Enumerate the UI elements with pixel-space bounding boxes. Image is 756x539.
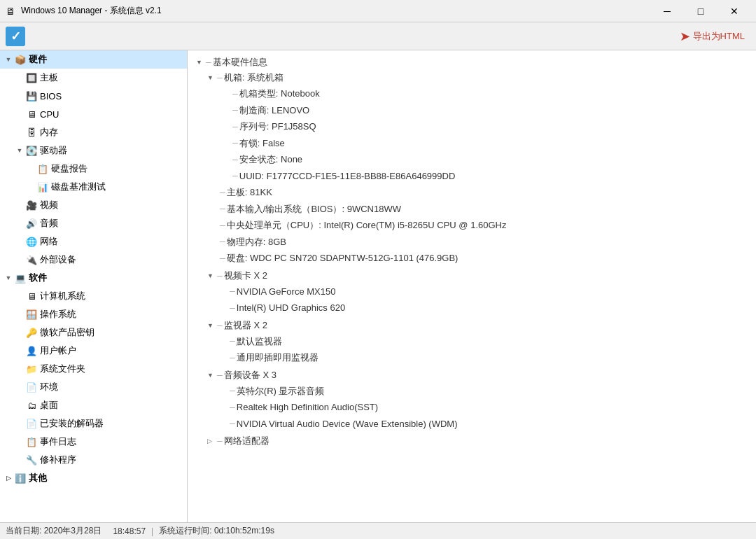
ram-row: ─ 物理内存: 8GB bbox=[207, 234, 750, 251]
close-button[interactable]: ✕ bbox=[718, 0, 750, 22]
sidebar-item-hardware[interactable]: ▼ 📦 硬件 bbox=[0, 50, 187, 69]
dash: ─ bbox=[217, 272, 223, 280]
monitor-header[interactable]: ▼ ─ 监视器 X 2 bbox=[193, 318, 750, 333]
patch-label: 修补程序 bbox=[40, 454, 76, 466]
gpu2-row: ─ Intel(R) UHD Graphics 620 bbox=[230, 300, 750, 316]
sidebar-item-external[interactable]: 🔌 外部设备 bbox=[0, 251, 187, 269]
sidebar-item-user-account[interactable]: 👤 用户帐户 bbox=[0, 342, 187, 360]
mon1-row: ─ 默认监视器 bbox=[230, 333, 750, 350]
maximize-button[interactable]: □ bbox=[685, 0, 717, 22]
mon1-text: 默认监视器 bbox=[237, 335, 282, 349]
basic-hardware-section: ▼ ─ 基本硬件信息 ▼ ─ 机箱: 系统机箱 bbox=[193, 55, 750, 267]
gpu-header[interactable]: ▼ ─ 视频卡 X 2 bbox=[193, 268, 750, 284]
status-sep2: | bbox=[151, 526, 153, 536]
dash: ─ bbox=[217, 74, 223, 82]
security-text: 安全状态: None bbox=[239, 153, 302, 167]
sidebar-item-audio[interactable]: 🔊 音频 bbox=[0, 214, 187, 232]
spacer bbox=[14, 290, 25, 302]
aud1-text: 英特尔(R) 显示器音频 bbox=[237, 384, 325, 398]
software-icon: 💻 bbox=[14, 272, 27, 284]
dash: ─ bbox=[206, 58, 211, 66]
sidebar-item-driver[interactable]: ▼ 💽 驱动器 bbox=[0, 141, 187, 160]
export-html-button[interactable]: ➤ 导出为HTML bbox=[674, 26, 750, 47]
dash: ─ bbox=[220, 187, 225, 199]
sidebar-item-env[interactable]: 📄 环境 bbox=[0, 378, 187, 396]
sidebar-item-eventlog[interactable]: 📋 事件日志 bbox=[0, 433, 187, 451]
sidebar-item-cpu[interactable]: 🖥 CPU bbox=[0, 105, 187, 123]
basic-hardware-title: 基本硬件信息 bbox=[213, 56, 267, 69]
expand-icon: ▼ bbox=[196, 59, 206, 66]
spacer bbox=[14, 418, 25, 429]
dash: ─ bbox=[220, 220, 225, 232]
dash: ─ bbox=[232, 170, 238, 182]
spacer bbox=[14, 254, 25, 265]
sidebar-item-network[interactable]: 🌐 网络 bbox=[0, 232, 187, 251]
sidebar-item-memory[interactable]: 🗄 内存 bbox=[0, 123, 187, 141]
security-row: ─ 安全状态: None bbox=[232, 151, 750, 168]
audio-title: 音频设备 X 3 bbox=[224, 369, 276, 382]
network-icon: 🌐 bbox=[25, 236, 38, 247]
audio-label: 音频 bbox=[40, 217, 58, 230]
sidebar-item-sys-folder[interactable]: 📁 系统文件夹 bbox=[0, 360, 187, 378]
spacer bbox=[14, 236, 25, 247]
serial-text: 序列号: PF1J58SQ bbox=[239, 120, 316, 134]
decoder-icon: 📄 bbox=[25, 418, 38, 429]
spacer bbox=[14, 200, 25, 211]
motherboard-text: 主板: 81KK bbox=[227, 186, 272, 200]
chassis-type-row: ─ 机箱类型: Notebook bbox=[232, 85, 750, 102]
desktop-icon: 🗂 bbox=[25, 400, 38, 411]
sidebar-item-decoder[interactable]: 📄 已安装的解码器 bbox=[0, 414, 187, 433]
sidebar-item-bios[interactable]: 💾 BIOS bbox=[0, 87, 187, 105]
sidebar-item-disk-report[interactable]: 📋 硬盘报告 bbox=[0, 160, 187, 178]
chassis-header[interactable]: ▼ ─ 机箱: 系统机箱 bbox=[207, 70, 750, 85]
sidebar-item-video[interactable]: 🎥 视频 bbox=[0, 196, 187, 214]
dash: ─ bbox=[217, 437, 223, 445]
disk-report-icon: 📋 bbox=[36, 163, 49, 174]
dash: ─ bbox=[232, 121, 238, 133]
sidebar-item-disk-test[interactable]: 📊 磁盘基准测试 bbox=[0, 178, 187, 196]
spacer bbox=[14, 400, 25, 411]
other-label: 其他 bbox=[29, 472, 47, 484]
basic-hardware-header[interactable]: ▼ ─ 基本硬件信息 bbox=[193, 55, 750, 70]
title-bar-left: 🖥 Windows 10 Manager - 系统信息 v2.1 bbox=[6, 5, 162, 17]
sys-folder-label: 系统文件夹 bbox=[40, 363, 85, 375]
sidebar-item-other[interactable]: ▷ ℹ️ 其他 bbox=[0, 469, 187, 487]
software-label: 软件 bbox=[29, 272, 47, 284]
minimize-button[interactable]: ─ bbox=[651, 0, 683, 22]
cpu-row: ─ 中央处理单元（CPU）: Intel(R) Core(TM) i5-8265… bbox=[207, 217, 750, 234]
content-area: ▼ 📦 硬件 🔲 主板 💾 BIOS 🖥 CPU 🗄 bbox=[0, 50, 756, 522]
hardware-label: 硬件 bbox=[29, 53, 47, 66]
network-header[interactable]: ▷ ─ 网络适配器 bbox=[193, 433, 750, 449]
chassis-section: ▼ ─ 机箱: 系统机箱 ─ 机箱类型: Notebook ─ bbox=[193, 70, 750, 267]
mon2-text: 通用即插即用监视器 bbox=[237, 351, 318, 365]
sidebar-item-product-key[interactable]: 🔑 微软产品密钥 bbox=[0, 323, 187, 342]
network-title: 网络适配器 bbox=[224, 435, 270, 447]
audio-header[interactable]: ▼ ─ 音频设备 X 3 bbox=[193, 368, 750, 383]
eventlog-icon: 📋 bbox=[25, 436, 38, 447]
dash: ─ bbox=[230, 302, 235, 314]
aud1-row: ─ 英特尔(R) 显示器音频 bbox=[230, 383, 750, 400]
monitor-title: 监视器 X 2 bbox=[224, 319, 267, 332]
title-bar: 🖥 Windows 10 Manager - 系统信息 v2.1 ─ □ ✕ bbox=[0, 0, 756, 22]
status-bar: 当前日期: 2020年3月28日 18:48:57 | 系统运行时间: 0d:1… bbox=[0, 522, 756, 539]
sidebar-item-software[interactable]: ▼ 💻 软件 bbox=[0, 269, 187, 287]
spacer bbox=[14, 363, 25, 374]
dash: ─ bbox=[230, 385, 235, 397]
export-label: 导出为HTML bbox=[693, 30, 745, 43]
locked-text: 有锁: False bbox=[239, 136, 285, 150]
maker-row: ─ 制造商: LENOVO bbox=[232, 102, 750, 119]
sidebar-item-desktop[interactable]: 🗂 桌面 bbox=[0, 396, 187, 414]
computer-sys-icon: 🖥 bbox=[25, 290, 38, 302]
sidebar-item-patch[interactable]: 🔧 修补程序 bbox=[0, 451, 187, 469]
cpu-label: CPU bbox=[40, 109, 59, 120]
refresh-button[interactable]: ✓ bbox=[6, 27, 25, 46]
motherboard-row: ─ 主板: 81KK bbox=[207, 184, 750, 201]
locked-row: ─ 有锁: False bbox=[232, 135, 750, 152]
sidebar-item-os[interactable]: 🪟 操作系统 bbox=[0, 305, 187, 323]
expand-network-icon: ▷ bbox=[207, 438, 217, 444]
sidebar-item-computer-sys[interactable]: 🖥 计算机系统 bbox=[0, 287, 187, 305]
expand-monitor-icon: ▼ bbox=[207, 322, 217, 329]
sidebar-item-motherboard[interactable]: 🔲 主板 bbox=[0, 69, 187, 87]
memory-icon: 🗄 bbox=[25, 127, 38, 138]
sys-folder-icon: 📁 bbox=[25, 363, 38, 374]
